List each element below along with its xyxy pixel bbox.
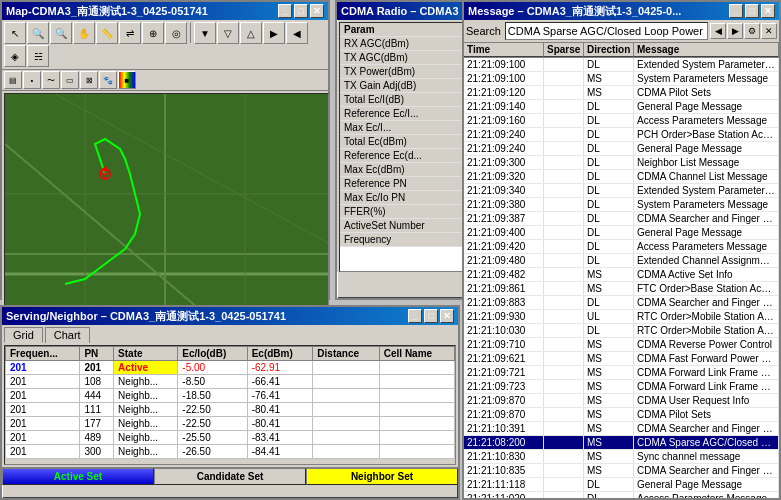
message-row[interactable]: 21:21:09:100 MS System Parameters Messag… bbox=[464, 72, 779, 86]
message-row[interactable]: 21:21:10:835 MS CDMA Searcher and Finger… bbox=[464, 464, 779, 478]
serving-minimize[interactable]: _ bbox=[408, 309, 422, 323]
message-row[interactable]: 21:21:09:240 DL PCH Order>Base Station A… bbox=[464, 128, 779, 142]
message-row[interactable]: 21:21:09:482 MS CDMA Active Set Info bbox=[464, 268, 779, 282]
msg-text: FTC Order>Base Station Acknowledgement bbox=[634, 282, 779, 295]
map-tool6[interactable]: ▶ bbox=[263, 22, 285, 44]
map-close-button[interactable]: ✕ bbox=[310, 4, 324, 18]
tab-chart[interactable]: Chart bbox=[45, 327, 90, 343]
message-row[interactable]: 21:21:09:870 MS CDMA Pilot Sets bbox=[464, 408, 779, 422]
message-minimize[interactable]: _ bbox=[729, 4, 743, 18]
point-btn[interactable]: • bbox=[23, 71, 41, 89]
msg-direction: DL bbox=[584, 240, 634, 253]
bottom-status-bar: Active Set Candidate Set Neighbor Set bbox=[2, 467, 458, 485]
map-maximize-button[interactable]: □ bbox=[294, 4, 308, 18]
measure-tool[interactable]: 📏 bbox=[96, 22, 118, 44]
msg-text: CDMA Channel List Message bbox=[634, 170, 779, 183]
active-set-btn[interactable]: Active Set bbox=[2, 468, 154, 485]
serving-distance bbox=[313, 417, 379, 431]
message-row[interactable]: 21:21:10:830 MS Sync channel message bbox=[464, 450, 779, 464]
message-row[interactable]: 21:21:09:100 DL Extended System Paramete… bbox=[464, 58, 779, 72]
message-row[interactable]: 21:21:11:118 DL General Page Message bbox=[464, 478, 779, 492]
serving-close[interactable]: ✕ bbox=[440, 309, 454, 323]
arrow-tool[interactable]: ↖ bbox=[4, 22, 26, 44]
message-maximize[interactable]: □ bbox=[745, 4, 759, 18]
message-list[interactable]: 21:21:09:100 DL Extended System Paramete… bbox=[464, 58, 779, 498]
color-btn[interactable]: ■ bbox=[118, 71, 136, 89]
serving-state: Active bbox=[114, 361, 178, 375]
line-btn[interactable]: 〜 bbox=[42, 71, 60, 89]
message-table-header: Time Sparse Direction Message bbox=[464, 43, 779, 58]
message-row[interactable]: 21:21:09:710 MS CDMA Reverse Power Contr… bbox=[464, 338, 779, 352]
msg-text: Neighbor List Message bbox=[634, 156, 779, 169]
search-clear-btn[interactable]: ✕ bbox=[761, 23, 777, 39]
msg-time: 21:21:10:830 bbox=[464, 450, 544, 463]
layer-btn[interactable]: ▤ bbox=[4, 71, 22, 89]
msg-text: Access Parameters Message bbox=[634, 492, 779, 498]
message-row[interactable]: 21:21:09:400 DL General Page Message bbox=[464, 226, 779, 240]
search-back-btn[interactable]: ◀ bbox=[710, 23, 726, 39]
message-row[interactable]: 21:21:08:200 MS CDMA Sparse AGC/Closed L… bbox=[464, 436, 779, 450]
message-row[interactable]: 21:21:09:420 DL Access Parameters Messag… bbox=[464, 240, 779, 254]
serving-maximize[interactable]: □ bbox=[424, 309, 438, 323]
map-tool3[interactable]: ▼ bbox=[194, 22, 216, 44]
route-tool[interactable]: ⇌ bbox=[119, 22, 141, 44]
map-tool5[interactable]: △ bbox=[240, 22, 262, 44]
serving-freq: 201 bbox=[6, 431, 80, 445]
msg-direction: DL bbox=[584, 128, 634, 141]
message-row[interactable]: 21:21:09:240 DL General Page Message bbox=[464, 142, 779, 156]
message-close[interactable]: ✕ bbox=[761, 4, 775, 18]
search-input[interactable] bbox=[505, 22, 708, 40]
message-row[interactable]: 21:21:10:391 MS CDMA Searcher and Finger… bbox=[464, 422, 779, 436]
neighbor-set-btn[interactable]: Neighbor Set bbox=[306, 468, 458, 485]
message-row[interactable]: 21:21:09:883 DL CDMA Searcher and Finger… bbox=[464, 296, 779, 310]
hand-tool[interactable]: ✋ bbox=[73, 22, 95, 44]
tab-grid[interactable]: Grid bbox=[4, 327, 43, 343]
msg-text: System Parameters Message bbox=[634, 72, 779, 85]
candidate-set-btn[interactable]: Candidate Set bbox=[154, 468, 306, 485]
zoom-in-tool[interactable]: 🔍 bbox=[27, 22, 49, 44]
message-row[interactable]: 21:21:09:340 DL Extended System Paramete… bbox=[464, 184, 779, 198]
msg-text: Extended Channel Assignment Message bbox=[634, 254, 779, 267]
search-settings-btn[interactable]: ⚙ bbox=[744, 23, 760, 39]
map-window: Map-CDMA3_南通测试1-3_0425-051741 _ □ ✕ ↖ 🔍 … bbox=[0, 0, 330, 300]
zoom-out-tool[interactable]: 🔍 bbox=[50, 22, 72, 44]
message-row[interactable]: 21:21:09:621 MS CDMA Fast Forward Power … bbox=[464, 352, 779, 366]
serving-table-container[interactable]: Frequen...PNStateEc/Io(dB)Ec(dBm)Distanc… bbox=[4, 345, 456, 465]
map-tool2[interactable]: ◎ bbox=[165, 22, 187, 44]
msg-sparse bbox=[544, 240, 584, 253]
msg-text: CDMA Searcher and Finger Information bbox=[634, 422, 779, 435]
map-tool1[interactable]: ⊕ bbox=[142, 22, 164, 44]
cell-btn[interactable]: ⊠ bbox=[80, 71, 98, 89]
map-minimize-button[interactable]: _ bbox=[278, 4, 292, 18]
track-btn[interactable]: 🐾 bbox=[99, 71, 117, 89]
message-row[interactable]: 21:21:09:140 DL General Page Message bbox=[464, 100, 779, 114]
message-row[interactable]: 21:21:09:723 MS CDMA Forward Link Frame … bbox=[464, 380, 779, 394]
msg-sparse bbox=[544, 156, 584, 169]
message-row[interactable]: 21:21:09:721 MS CDMA Forward Link Frame … bbox=[464, 366, 779, 380]
message-row[interactable]: 21:21:10:030 DL RTC Order>Mobile Station… bbox=[464, 324, 779, 338]
message-row[interactable]: 21:21:09:300 DL Neighbor List Message bbox=[464, 156, 779, 170]
message-row[interactable]: 21:21:09:320 DL CDMA Channel List Messag… bbox=[464, 170, 779, 184]
message-row[interactable]: 21:21:09:930 UL RTC Order>Mobile Station… bbox=[464, 310, 779, 324]
msg-direction: DL bbox=[584, 114, 634, 127]
message-row[interactable]: 21:21:09:870 MS CDMA User Request Info bbox=[464, 394, 779, 408]
message-row[interactable]: 21:21:11:020 DL Access Parameters Messag… bbox=[464, 492, 779, 498]
message-row[interactable]: 21:21:09:380 DL System Parameters Messag… bbox=[464, 198, 779, 212]
message-row[interactable]: 21:21:09:387 DL CDMA Searcher and Finger… bbox=[464, 212, 779, 226]
message-row[interactable]: 21:21:09:120 MS CDMA Pilot Sets bbox=[464, 86, 779, 100]
message-row[interactable]: 21:21:09:861 MS FTC Order>Base Station A… bbox=[464, 282, 779, 296]
tab-bar: Grid Chart bbox=[2, 325, 458, 343]
msg-direction: MS bbox=[584, 86, 634, 99]
param-name: Frequency bbox=[340, 233, 482, 247]
map-tool4[interactable]: ▽ bbox=[217, 22, 239, 44]
map-tool8[interactable]: ◈ bbox=[4, 45, 26, 67]
map-toolbar: ↖ 🔍 🔍 ✋ 📏 ⇌ ⊕ ◎ ▼ ▽ △ ▶ ◀ ◈ ☵ bbox=[2, 20, 328, 70]
message-row[interactable]: 21:21:09:160 DL Access Parameters Messag… bbox=[464, 114, 779, 128]
area-btn[interactable]: ▭ bbox=[61, 71, 79, 89]
msg-time: 21:21:09:870 bbox=[464, 394, 544, 407]
map-tool7[interactable]: ◀ bbox=[286, 22, 308, 44]
msg-time: 21:21:09:300 bbox=[464, 156, 544, 169]
map-tool9[interactable]: ☵ bbox=[27, 45, 49, 67]
message-row[interactable]: 21:21:09:480 DL Extended Channel Assignm… bbox=[464, 254, 779, 268]
search-fwd-btn[interactable]: ▶ bbox=[727, 23, 743, 39]
